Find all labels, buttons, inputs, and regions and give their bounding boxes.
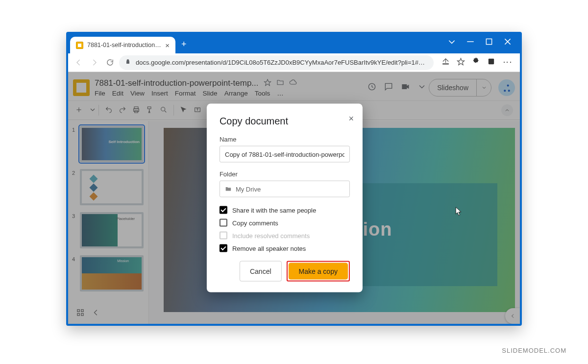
folder-icon bbox=[225, 186, 232, 193]
option-label: Remove all speaker notes bbox=[232, 244, 306, 252]
name-label: Name bbox=[220, 136, 350, 143]
share-url-icon[interactable] bbox=[441, 57, 450, 68]
window-minimize-icon[interactable] bbox=[466, 37, 475, 46]
window-maximize-icon[interactable] bbox=[485, 37, 493, 46]
remove-speaker-notes-option[interactable]: Remove all speaker notes bbox=[220, 244, 350, 252]
folder-value: My Drive bbox=[236, 185, 261, 193]
svg-rect-1 bbox=[486, 39, 491, 44]
folder-label: Folder bbox=[220, 170, 350, 178]
highlight-frame: Make a copy bbox=[287, 261, 350, 282]
slides-favicon-icon bbox=[76, 42, 83, 49]
option-label: Include resolved comments bbox=[232, 232, 310, 239]
nav-back-icon[interactable] bbox=[72, 58, 85, 67]
new-tab-button[interactable]: + bbox=[181, 39, 187, 49]
window-controls bbox=[440, 34, 520, 49]
window-dropdown-icon[interactable] bbox=[447, 37, 456, 46]
lock-icon bbox=[125, 59, 131, 66]
svg-rect-6 bbox=[489, 59, 494, 64]
cursor-icon bbox=[455, 207, 462, 217]
svg-marker-5 bbox=[457, 58, 464, 65]
make-a-copy-button[interactable]: Make a copy bbox=[289, 263, 348, 280]
option-label: Share it with the same people bbox=[232, 206, 316, 214]
dialog-close-icon[interactable]: × bbox=[348, 114, 354, 124]
address-bar: docs.google.com/presentation/d/1D9CiL08o… bbox=[68, 53, 520, 72]
tab-title: 7881-01-self-introduction-power bbox=[87, 42, 161, 49]
omnibox[interactable]: docs.google.com/presentation/d/1D9CiL08o… bbox=[119, 55, 434, 70]
checkbox-icon bbox=[220, 232, 227, 240]
checkbox-icon bbox=[220, 206, 227, 214]
checkbox-icon bbox=[220, 219, 227, 227]
option-label: Copy comments bbox=[232, 219, 278, 226]
name-input[interactable] bbox=[220, 146, 350, 163]
dialog-title: Copy document bbox=[220, 116, 350, 127]
tab-strip: 7881-01-self-introduction-power × + bbox=[70, 34, 187, 53]
include-resolved-option: Include resolved comments bbox=[220, 232, 350, 240]
share-same-people-option[interactable]: Share it with the same people bbox=[220, 206, 350, 214]
copy-comments-option[interactable]: Copy comments bbox=[220, 219, 350, 227]
window-close-icon[interactable] bbox=[503, 37, 512, 46]
browser-tab[interactable]: 7881-01-self-introduction-power × bbox=[70, 37, 175, 53]
chrome-menu-icon[interactable]: ⋮ bbox=[502, 58, 513, 67]
extensions-icon[interactable] bbox=[472, 57, 480, 68]
nav-forward-icon[interactable] bbox=[88, 58, 100, 67]
watermark: SLIDEMODEL.COM bbox=[502, 347, 566, 354]
star-icon[interactable] bbox=[457, 57, 465, 68]
browser-window: 7881-01-self-introduction-power × + docs… bbox=[66, 32, 522, 326]
address-actions: ⋮ bbox=[441, 57, 513, 68]
cancel-button[interactable]: Cancel bbox=[240, 261, 282, 282]
nav-reload-icon[interactable] bbox=[103, 58, 116, 67]
account-icon[interactable] bbox=[487, 57, 495, 68]
svg-rect-4 bbox=[443, 64, 448, 64]
tab-close-icon[interactable]: × bbox=[165, 41, 170, 49]
folder-picker[interactable]: My Drive bbox=[220, 181, 350, 197]
checkbox-icon bbox=[220, 244, 227, 252]
copy-document-dialog: Copy document × Name Folder My Drive Sha… bbox=[207, 104, 363, 292]
url-text: docs.google.com/presentation/d/1D9CiL08o… bbox=[136, 59, 428, 66]
slides-app: 7881-01-self-introduction-powerpoint-tem… bbox=[68, 72, 520, 324]
